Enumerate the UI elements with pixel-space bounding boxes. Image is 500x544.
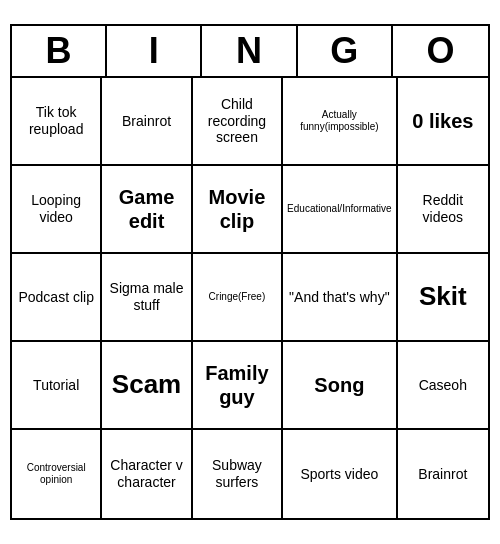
header-o: O [393, 26, 488, 76]
bingo-cell: Sports video [283, 430, 398, 518]
bingo-cell: Character v character [102, 430, 192, 518]
bingo-board: B I N G O Tik tok reuploadBrainrotChild … [10, 24, 490, 520]
header-b: B [12, 26, 107, 76]
bingo-cell: Song [283, 342, 398, 430]
bingo-cell: Reddit videos [398, 166, 488, 254]
bingo-grid: Tik tok reuploadBrainrotChild recording … [12, 78, 488, 518]
bingo-cell: Educational/Informative [283, 166, 398, 254]
bingo-cell: Looping video [12, 166, 102, 254]
bingo-cell: Scam [102, 342, 192, 430]
bingo-cell: Tutorial [12, 342, 102, 430]
bingo-cell: Brainrot [102, 78, 192, 166]
bingo-cell: Cringe(Free) [193, 254, 283, 342]
bingo-cell: Subway surfers [193, 430, 283, 518]
bingo-header: B I N G O [12, 26, 488, 78]
bingo-cell: Caseoh [398, 342, 488, 430]
bingo-cell: Brainrot [398, 430, 488, 518]
bingo-cell: 0 likes [398, 78, 488, 166]
bingo-cell: Tik tok reupload [12, 78, 102, 166]
bingo-cell: Family guy [193, 342, 283, 430]
bingo-cell: Game edit [102, 166, 192, 254]
bingo-cell: Child recording screen [193, 78, 283, 166]
bingo-cell: Controversial opinion [12, 430, 102, 518]
bingo-cell: Actually funny(impossible) [283, 78, 398, 166]
bingo-cell: Skit [398, 254, 488, 342]
header-n: N [202, 26, 297, 76]
bingo-cell: Podcast clip [12, 254, 102, 342]
bingo-cell: "And that's why" [283, 254, 398, 342]
bingo-cell: Movie clip [193, 166, 283, 254]
bingo-cell: Sigma male stuff [102, 254, 192, 342]
header-i: I [107, 26, 202, 76]
header-g: G [298, 26, 393, 76]
